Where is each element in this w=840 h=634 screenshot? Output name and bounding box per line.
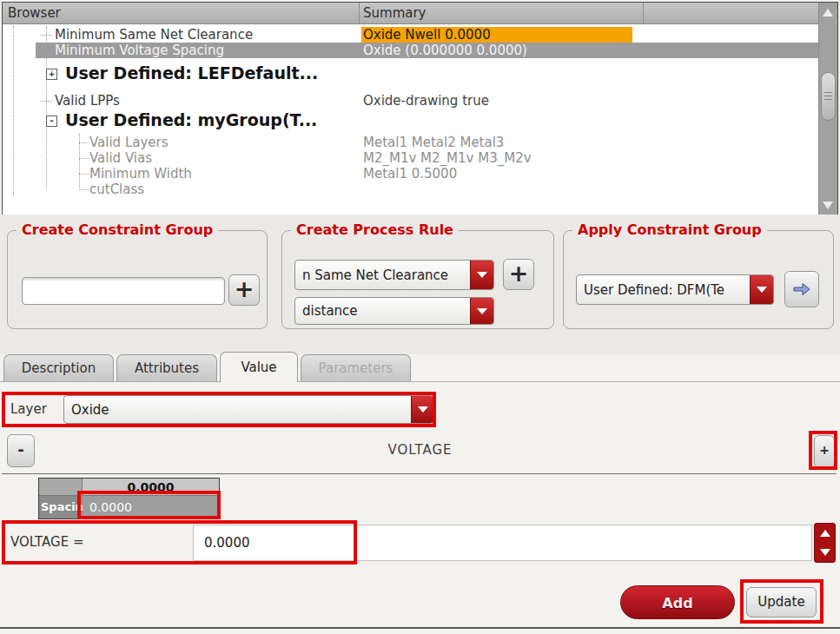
collapse-icon[interactable]: -	[46, 116, 57, 127]
spinner-down-button[interactable]	[815, 543, 835, 562]
table-corner-cell	[39, 479, 83, 496]
tree-item-summary: Metal1 0.5000	[363, 166, 457, 182]
scroll-up-icon[interactable]	[823, 9, 833, 17]
tree-group-label: User Defined: myGroup(T...	[65, 110, 317, 129]
create-process-rule-add-button[interactable]: +	[503, 259, 534, 290]
apply-arrow-icon	[792, 281, 811, 297]
tree-item-label: Valid Layers	[89, 135, 169, 150]
spinner-down-icon	[820, 549, 830, 556]
process-rule-select[interactable]: n Same Net Clearance	[294, 260, 494, 290]
group-title: Apply Constraint Group	[572, 221, 767, 238]
tree-row-minimum-same-net-clearance[interactable]: Minimum Same Net Clearance Oxide Nwell 0…	[3, 27, 819, 43]
scroll-down-icon[interactable]	[823, 201, 833, 209]
divider	[2, 473, 837, 474]
spinner-up-icon	[820, 530, 830, 537]
action-groups-section: Create Constraint Group + Create Process…	[0, 215, 840, 354]
tree-row-valid-lpps[interactable]: Valid LPPs Oxide-drawing true	[3, 93, 819, 109]
tree-connector	[41, 101, 52, 102]
tab-label: Attributes	[135, 360, 199, 376]
tree-item-summary: Oxide-drawing true	[363, 93, 489, 109]
add-button[interactable]: Add	[620, 585, 735, 619]
tree-scrollbar[interactable]	[818, 3, 837, 215]
tree-connector	[41, 50, 52, 51]
constraint-browser-panel: Browser Summary Minimum Same Net Clearan…	[2, 2, 838, 216]
dropdown-arrow-icon[interactable]	[411, 396, 433, 423]
tree-connector	[41, 35, 52, 36]
tree-row-user-defined-lefdefault[interactable]: + User Defined: LEFDefault...	[3, 62, 819, 86]
grip-icon	[824, 92, 832, 93]
bottom-border	[0, 627, 840, 629]
apply-constraint-group-box: Apply Constraint Group User Defined: DFM…	[563, 230, 834, 329]
tree-item-summary: Oxide Nwell 0.0000	[363, 27, 491, 43]
apply-constraint-group-button[interactable]	[784, 271, 819, 307]
dropdown-arrow-icon[interactable]	[470, 261, 493, 289]
column-divider[interactable]	[359, 3, 360, 23]
plus-icon: +	[819, 443, 830, 457]
tree-item-label: Valid LPPs	[55, 93, 120, 109]
spinner-up-button[interactable]	[815, 524, 835, 543]
expand-icon[interactable]: +	[46, 69, 57, 80]
tree-row-user-defined-mygroup[interactable]: - User Defined: myGroup(T...	[3, 109, 819, 133]
voltage-column-title: VOLTAGE	[0, 442, 840, 458]
selected-rule: n Same Net Clearance	[302, 261, 469, 289]
voltage-column-header[interactable]: 0.0000	[83, 479, 219, 496]
constraint-manager-window: Browser Summary Minimum Same Net Clearan…	[0, 0, 840, 634]
spacing-value-cell[interactable]: 0.0000	[83, 496, 219, 518]
group-title: Create Constraint Group	[17, 221, 218, 238]
update-button[interactable]: Update	[746, 587, 817, 617]
tree-item-summary: Oxide (0.000000 0.0000)	[363, 43, 527, 58]
update-button-label: Update	[757, 594, 804, 610]
tab-attributes[interactable]: Attributes	[116, 354, 217, 381]
layer-label: Layer	[10, 401, 47, 417]
layer-select[interactable]: Oxide	[63, 395, 434, 424]
tab-label: Parameters	[319, 360, 394, 376]
plus-icon: +	[509, 260, 529, 287]
grip-icon	[824, 96, 832, 96]
tree-row-valid-layers[interactable]: Valid Layers Metal1 Metal2 Metal3	[3, 135, 819, 150]
tree-item-label: Minimum Width	[89, 166, 192, 182]
column-divider[interactable]	[643, 3, 644, 23]
tree-connector	[79, 158, 89, 159]
tab-baseline	[0, 381, 840, 382]
tree-row-valid-vias[interactable]: Valid Vias M2_M1v M2_M1v M3_M2v	[3, 150, 819, 166]
selected-layer: Oxide	[71, 396, 409, 423]
voltage-input[interactable]	[194, 525, 475, 560]
tree-item-label: Minimum Voltage Spacing	[55, 43, 224, 58]
tree-item-summary: M2_M1v M2_M1v M3_M2v	[363, 150, 532, 166]
tree-body: Minimum Same Net Clearance Oxide Nwell 0…	[3, 24, 819, 215]
voltage-input-field[interactable]	[193, 525, 812, 561]
rule-type-select[interactable]: distance	[294, 297, 494, 325]
tree-connector	[79, 174, 89, 175]
spacing-table: 0.0000 Spacing 0.0000	[38, 478, 220, 519]
tree-header: Browser Summary	[3, 3, 819, 24]
plus-icon: +	[235, 275, 255, 302]
summary-column-header: Summary	[363, 5, 427, 21]
voltage-spinner	[814, 523, 836, 563]
voltage-equals-label: VOLTAGE =	[10, 534, 84, 550]
group-title: Create Process Rule	[291, 221, 459, 238]
constraint-group-name-input[interactable]	[22, 277, 225, 305]
tab-value[interactable]: Value	[220, 352, 298, 382]
tree-row-minimum-voltage-spacing[interactable]: Minimum Voltage Spacing Oxide (0.000000 …	[3, 43, 819, 58]
tab-description[interactable]: Description	[3, 354, 114, 381]
tab-label: Value	[241, 360, 276, 375]
tree-row-cutclass[interactable]: cutClass	[3, 182, 819, 197]
apply-group-select[interactable]: User Defined: DFM(Te	[576, 274, 774, 305]
tab-label: Description	[22, 360, 96, 376]
tree-row-minimum-width[interactable]: Minimum Width Metal1 0.5000	[3, 166, 819, 182]
create-constraint-group-add-button[interactable]: +	[228, 274, 260, 306]
dropdown-arrow-icon[interactable]	[750, 275, 773, 304]
tree-group-label: User Defined: LEFDefault...	[65, 63, 318, 83]
tree-connector	[79, 189, 89, 190]
tab-parameters[interactable]: Parameters	[301, 354, 411, 381]
browser-column-header: Browser	[8, 5, 61, 21]
tree-item-label: cutClass	[89, 182, 144, 197]
add-column-button[interactable]: +	[814, 435, 835, 468]
spacing-row-header: Spacing	[39, 496, 83, 518]
selected-group: User Defined: DFM(Te	[584, 275, 749, 304]
selected-type: distance	[302, 298, 469, 324]
scrollbar-thumb[interactable]	[821, 72, 836, 121]
tree-item-summary: Metal1 Metal2 Metal3	[363, 135, 504, 150]
create-process-rule-box: Create Process Rule n Same Net Clearance…	[281, 230, 554, 329]
dropdown-arrow-icon[interactable]	[470, 298, 493, 324]
